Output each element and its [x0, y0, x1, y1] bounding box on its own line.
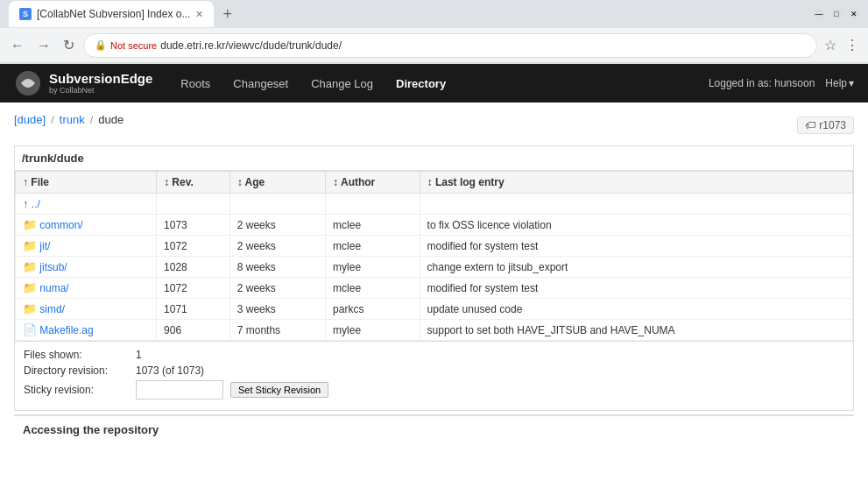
- browser-tab[interactable]: S [CollabNet Subversion] Index o... ✕: [9, 1, 214, 27]
- breadcrumb-sep1: /: [51, 113, 54, 126]
- nav-directory[interactable]: Directory: [385, 74, 456, 94]
- logged-in-text: Logged in as: hunsoon: [709, 77, 815, 89]
- files-shown-row: Files shown: 1: [24, 349, 844, 361]
- cell-file[interactable]: 📁 jitsub/: [16, 257, 157, 278]
- cell-log: update unused code: [420, 299, 852, 320]
- folder-icon: 📁: [23, 239, 37, 252]
- revision-badge-text: r1073: [819, 119, 846, 131]
- folder-icon: 📁: [23, 260, 37, 273]
- cell-file[interactable]: 📁 simd/: [16, 299, 157, 320]
- file-link[interactable]: numa/: [39, 282, 68, 294]
- logo-area: SubversionEdge by CollabNet: [14, 69, 152, 97]
- help-button[interactable]: Help ▾: [825, 77, 854, 89]
- file-link[interactable]: simd/: [39, 303, 65, 315]
- cell-age: [229, 194, 325, 215]
- table-header-row: ↑ File ↕ Rev. ↕ Age ↕ Author ↕ Last log …: [16, 172, 853, 194]
- accessing-section: Accessing the repository: [14, 414, 854, 443]
- cell-age: 3 weeks: [229, 299, 325, 320]
- cell-author: mclee: [326, 278, 420, 299]
- content-area: [dude] / trunk / dude 🏷 r1073 /trunk/dud…: [0, 103, 868, 454]
- cell-author: [326, 194, 420, 215]
- revision-badge: 🏷 r1073: [797, 117, 854, 134]
- browser-actions: ☆ ⋮: [822, 35, 861, 55]
- cell-log: modified for system test: [420, 278, 852, 299]
- nav-changeset[interactable]: Changeset: [222, 74, 299, 94]
- col-file[interactable]: ↑ File: [16, 172, 157, 194]
- cell-age: 2 weeks: [229, 215, 325, 236]
- address-input[interactable]: 🔒 Not secure dude.etri.re.kr/viewvc/dude…: [83, 33, 817, 58]
- tab-favicon: S: [19, 8, 32, 20]
- set-sticky-revision-button[interactable]: Set Sticky Revision: [230, 382, 328, 398]
- tab-label: [CollabNet Subversion] Index o...: [37, 8, 190, 20]
- file-link[interactable]: Makefile.ag: [39, 324, 93, 336]
- col-rev[interactable]: ↕ Rev.: [157, 172, 230, 194]
- col-author[interactable]: ↕ Author: [326, 172, 420, 194]
- cell-age: 8 weeks: [229, 257, 325, 278]
- cell-log: to fix OSS licence violation: [420, 215, 852, 236]
- folder-icon: 📁: [23, 281, 37, 294]
- file-link[interactable]: jit/: [39, 240, 50, 252]
- minimize-button[interactable]: —: [814, 9, 824, 19]
- file-icon: 📄: [23, 323, 37, 336]
- cell-age: 7 months: [229, 320, 325, 341]
- file-link[interactable]: common/: [39, 219, 82, 231]
- breadcrumb-dude-link[interactable]: [dude]: [14, 113, 46, 126]
- cell-rev: [157, 194, 230, 215]
- footer-info: Files shown: 1 Directory revision: 1073 …: [14, 342, 854, 411]
- col-log[interactable]: ↕ Last log entry: [420, 172, 852, 194]
- cell-file[interactable]: 📄 Makefile.ag: [16, 320, 157, 341]
- breadcrumb-trunk-link[interactable]: trunk: [60, 113, 85, 126]
- browser-menu-button[interactable]: ⋮: [843, 35, 861, 55]
- nav-changelog[interactable]: Change Log: [300, 74, 384, 94]
- accessing-label: Accessing the repository: [23, 423, 159, 436]
- forward-button[interactable]: →: [33, 36, 54, 55]
- cell-file[interactable]: 📁 numa/: [16, 278, 157, 299]
- files-shown-value: 1: [136, 349, 142, 361]
- nav-roots[interactable]: Roots: [170, 74, 221, 94]
- bookmark-button[interactable]: ☆: [822, 35, 838, 55]
- table-row: 📁 jitsub/ 1028 8 weeks mylee change exte…: [16, 257, 853, 278]
- cell-author: parkcs: [326, 299, 420, 320]
- cell-author: mclee: [326, 215, 420, 236]
- sticky-revision-label: Sticky revision:: [24, 384, 129, 396]
- nav-menu: Roots Changeset Change Log Directory: [170, 74, 709, 94]
- table-row: 📁 common/ 1073 2 weeks mclee to fix OSS …: [16, 215, 853, 236]
- close-button[interactable]: ✕: [849, 9, 859, 19]
- browser-chrome: S [CollabNet Subversion] Index o... ✕ + …: [0, 0, 868, 64]
- cell-rev: 1028: [157, 257, 230, 278]
- sticky-revision-input[interactable]: [136, 380, 223, 400]
- breadcrumb: [dude] / trunk / dude: [14, 113, 123, 126]
- cell-author: mylee: [326, 257, 420, 278]
- title-bar: S [CollabNet Subversion] Index o... ✕ + …: [0, 0, 868, 28]
- table-row: ↑ ../: [16, 194, 853, 215]
- header-right: Logged in as: hunsoon Help ▾: [709, 77, 854, 89]
- dir-revision-label: Directory revision:: [24, 364, 129, 377]
- security-lock-icon: 🔒: [95, 39, 107, 51]
- tag-icon: 🏷: [805, 119, 815, 131]
- cell-rev: 1073: [157, 215, 230, 236]
- cell-author: mclee: [326, 236, 420, 257]
- refresh-button[interactable]: ↻: [60, 35, 78, 55]
- cell-author: mylee: [326, 320, 420, 341]
- folder-icon: 📁: [23, 218, 37, 231]
- cell-log: [420, 194, 852, 215]
- table-row: 📁 simd/ 1071 3 weeks parkcs update unuse…: [16, 299, 853, 320]
- file-table-wrapper: /trunk/dude ↑ File ↕ Rev. ↕ Age ↕ Author…: [14, 145, 854, 342]
- back-button[interactable]: ←: [7, 36, 28, 55]
- cell-file[interactable]: 📁 common/: [16, 215, 157, 236]
- maximize-button[interactable]: □: [831, 9, 842, 19]
- new-tab-button[interactable]: +: [215, 5, 239, 24]
- cell-file: ↑ ../: [16, 194, 157, 215]
- tab-close-button[interactable]: ✕: [195, 9, 203, 20]
- cell-rev: 1072: [157, 278, 230, 299]
- cell-log: support to set both HAVE_JITSUB and HAVE…: [420, 320, 852, 341]
- file-link[interactable]: ../: [32, 198, 40, 210]
- col-age[interactable]: ↕ Age: [229, 172, 325, 194]
- cell-file[interactable]: 📁 jit/: [16, 236, 157, 257]
- cell-log: modified for system test: [420, 236, 852, 257]
- table-row: 📄 Makefile.ag 906 7 months mylee support…: [16, 320, 853, 341]
- cell-rev: 1072: [157, 236, 230, 257]
- file-link[interactable]: jitsub/: [39, 261, 67, 273]
- address-bar: ← → ↻ 🔒 Not secure dude.etri.re.kr/viewv…: [0, 28, 868, 63]
- help-chevron-icon: ▾: [849, 77, 854, 89]
